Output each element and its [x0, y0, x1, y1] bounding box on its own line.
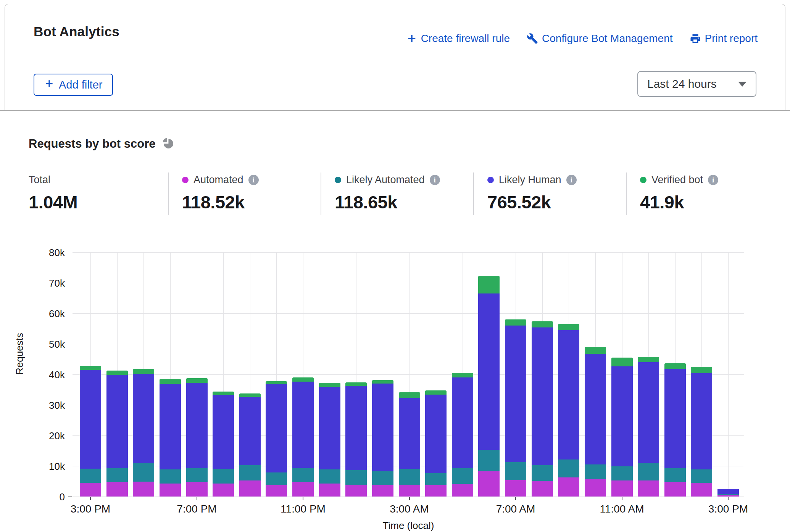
bar-segment-verified-bot[interactable] — [399, 392, 420, 398]
bar-segment-likely-automated[interactable] — [638, 463, 659, 480]
bar-segment-verified-bot[interactable] — [691, 367, 712, 373]
bar-segment-likely-automated[interactable] — [558, 459, 579, 477]
bar-segment-likely-human[interactable] — [691, 373, 712, 469]
chart-bar[interactable] — [717, 489, 739, 497]
bar-segment-likely-human[interactable] — [452, 377, 473, 468]
bar-segment-likely-human[interactable] — [664, 369, 686, 469]
bar-segment-likely-automated[interactable] — [213, 469, 234, 484]
bar-segment-likely-human[interactable] — [319, 387, 340, 469]
bar-segment-likely-human[interactable] — [106, 375, 128, 468]
bar-segment-likely-human[interactable] — [505, 326, 526, 462]
chart-bar[interactable] — [478, 276, 500, 497]
bar-segment-likely-automated[interactable] — [186, 468, 208, 482]
chart-bar[interactable] — [638, 357, 659, 497]
bar-segment-likely-human[interactable] — [425, 395, 447, 473]
bar-segment-automated[interactable] — [717, 495, 739, 497]
bar-segment-verified-bot[interactable] — [213, 392, 234, 395]
bar-segment-verified-bot[interactable] — [186, 378, 208, 383]
chart-bar[interactable] — [558, 324, 579, 497]
chart-bar[interactable] — [664, 363, 686, 497]
chart-bar[interactable] — [345, 382, 367, 497]
bar-segment-automated[interactable] — [160, 484, 181, 497]
info-icon[interactable]: i — [566, 175, 577, 185]
chart-bar[interactable] — [585, 347, 606, 497]
bar-segment-likely-automated[interactable] — [106, 468, 128, 482]
bar-segment-verified-bot[interactable] — [664, 363, 686, 369]
bar-segment-automated[interactable] — [133, 482, 154, 497]
bar-segment-automated[interactable] — [478, 471, 500, 497]
bar-segment-verified-bot[interactable] — [80, 366, 101, 370]
bar-segment-likely-automated[interactable] — [585, 464, 606, 479]
chart-bar[interactable] — [160, 379, 181, 497]
bar-segment-automated[interactable] — [319, 484, 340, 497]
bar-segment-automated[interactable] — [691, 483, 712, 497]
bar-segment-likely-human[interactable] — [399, 398, 420, 469]
bar-segment-automated[interactable] — [399, 485, 420, 497]
create-firewall-rule-link[interactable]: Create firewall rule — [406, 32, 510, 45]
bar-segment-likely-human[interactable] — [186, 383, 208, 468]
bar-segment-likely-human[interactable] — [611, 366, 633, 466]
bar-segment-verified-bot[interactable] — [452, 373, 473, 377]
bar-segment-likely-automated[interactable] — [133, 463, 154, 482]
bar-segment-automated[interactable] — [372, 485, 393, 497]
bar-segment-verified-bot[interactable] — [372, 380, 393, 384]
bar-segment-likely-automated[interactable] — [239, 465, 261, 480]
bar-segment-likely-human[interactable] — [345, 386, 367, 470]
bar-segment-likely-human[interactable] — [372, 384, 393, 471]
bar-segment-automated[interactable] — [80, 483, 101, 497]
print-report-link[interactable]: Print report — [690, 32, 758, 45]
bar-segment-likely-automated[interactable] — [611, 466, 633, 480]
bar-segment-verified-bot[interactable] — [319, 383, 340, 387]
bar-segment-likely-human[interactable] — [133, 374, 154, 463]
bar-segment-likely-human[interactable] — [266, 384, 287, 472]
bar-segment-verified-bot[interactable] — [345, 382, 367, 386]
chart-bar[interactable] — [213, 392, 234, 497]
bar-segment-likely-human[interactable] — [213, 395, 234, 469]
bar-segment-automated[interactable] — [532, 481, 553, 497]
bar-segment-likely-human[interactable] — [532, 327, 553, 465]
bar-segment-verified-bot[interactable] — [266, 381, 287, 385]
bar-segment-likely-automated[interactable] — [372, 471, 393, 485]
add-filter-button[interactable]: Add filter — [34, 74, 113, 96]
bar-segment-likely-automated[interactable] — [505, 462, 526, 480]
chart-bar[interactable] — [292, 377, 314, 497]
bar-segment-likely-automated[interactable] — [452, 468, 473, 484]
bar-segment-likely-human[interactable] — [558, 330, 579, 459]
info-icon[interactable]: i — [430, 175, 440, 185]
bar-segment-verified-bot[interactable] — [133, 369, 154, 374]
bar-segment-automated[interactable] — [611, 480, 633, 497]
bar-segment-likely-automated[interactable] — [266, 472, 287, 485]
bar-segment-likely-automated[interactable] — [292, 468, 314, 482]
bar-segment-likely-human[interactable] — [585, 354, 606, 464]
bar-segment-automated[interactable] — [505, 480, 526, 497]
bar-segment-automated[interactable] — [345, 485, 367, 497]
bar-segment-verified-bot[interactable] — [292, 377, 314, 382]
bar-segment-automated[interactable] — [425, 485, 447, 497]
bar-segment-likely-human[interactable] — [160, 384, 181, 469]
chart-bar[interactable] — [266, 381, 287, 497]
info-icon[interactable]: i — [708, 175, 718, 185]
bar-segment-likely-automated[interactable] — [319, 469, 340, 484]
bar-segment-automated[interactable] — [186, 482, 208, 497]
bar-segment-likely-automated[interactable] — [425, 473, 447, 485]
bar-segment-automated[interactable] — [558, 477, 579, 497]
chart-bar[interactable] — [106, 371, 128, 497]
bar-segment-verified-bot[interactable] — [585, 347, 606, 354]
bar-segment-automated[interactable] — [239, 480, 261, 497]
bar-segment-likely-automated[interactable] — [532, 465, 553, 481]
chart-bar[interactable] — [691, 367, 712, 497]
info-icon[interactable]: i — [248, 175, 259, 185]
bar-segment-likely-automated[interactable] — [160, 469, 181, 484]
bar-segment-likely-automated[interactable] — [691, 469, 712, 483]
time-range-dropdown[interactable]: Last 24 hours — [637, 71, 756, 97]
bar-segment-likely-human[interactable] — [717, 489, 739, 494]
bar-segment-likely-automated[interactable] — [80, 469, 101, 483]
chart-bar[interactable] — [611, 358, 633, 497]
chart-bar[interactable] — [425, 390, 447, 497]
bar-segment-likely-automated[interactable] — [664, 468, 686, 482]
chart-bar[interactable] — [80, 366, 101, 497]
bar-segment-automated[interactable] — [106, 482, 128, 497]
bar-segment-verified-bot[interactable] — [638, 357, 659, 362]
bar-segment-likely-human[interactable] — [478, 293, 500, 450]
chart-bar[interactable] — [239, 393, 261, 497]
